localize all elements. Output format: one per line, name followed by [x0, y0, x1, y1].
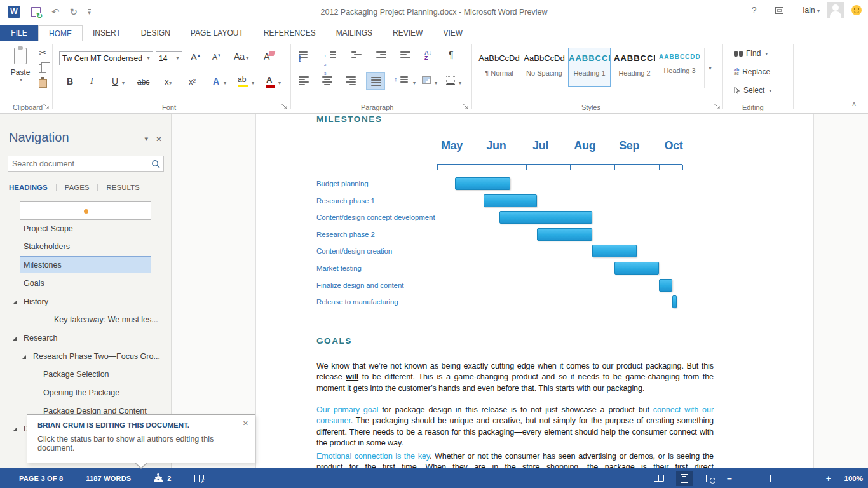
paragraph-dialog-launcher-icon[interactable]: [463, 104, 469, 110]
collapse-triangle-icon[interactable]: [13, 337, 17, 341]
borders-icon[interactable]: [446, 76, 455, 85]
font-color-dropdown-icon[interactable]: ▾: [278, 80, 281, 86]
replace-button[interactable]: abacReplace: [734, 67, 770, 76]
nav-item-key-takeaway-we-must-les[interactable]: Key takeaway: We must les...: [0, 311, 172, 329]
collapse-ribbon-icon[interactable]: ∧: [851, 100, 857, 108]
read-mode-button[interactable]: [651, 471, 667, 486]
underline-dropdown-icon[interactable]: ▾: [122, 80, 125, 86]
status-bar[interactable]: PAGE 3 OF 8 1187 WORDS 2 – + 100%: [0, 468, 868, 488]
shading-dropdown-icon[interactable]: ▾: [435, 80, 437, 86]
tab-file[interactable]: FILE: [0, 25, 38, 41]
document-page[interactable]: MILESTONES MayJunJulAugSepOctBudget plan…: [255, 114, 814, 468]
task-bar-market-testing[interactable]: [614, 262, 659, 274]
numbering-icon[interactable]: 123: [324, 50, 326, 77]
style-heading-1[interactable]: AABBCCDHeading 1: [568, 48, 611, 87]
justify-button-active[interactable]: [366, 72, 385, 90]
tab-references[interactable]: REFERENCES: [254, 25, 326, 41]
increase-indent-icon[interactable]: [400, 51, 410, 58]
style-heading-2[interactable]: AABBCCDHeading 2: [613, 48, 656, 87]
word-logo-icon[interactable]: W: [8, 6, 20, 18]
shading-icon[interactable]: [422, 76, 431, 84]
sort-icon[interactable]: A↓Z: [424, 50, 431, 60]
proofing-errors-icon[interactable]: [194, 475, 204, 482]
search-input[interactable]: [8, 159, 149, 168]
coauthor-box[interactable]: [20, 201, 151, 220]
tab-view[interactable]: VIEW: [433, 25, 473, 41]
underline-button[interactable]: U: [112, 76, 118, 86]
line-spacing-dropdown-icon[interactable]: ▾: [413, 80, 416, 86]
highlight-dropdown-icon[interactable]: ▾: [252, 80, 254, 86]
shrink-font-button[interactable]: A: [212, 53, 221, 62]
feedback-smiley-icon[interactable]: [851, 5, 862, 15]
zoom-slider-thumb[interactable]: [770, 475, 771, 482]
tab-mailings[interactable]: MAILINGS: [326, 25, 383, 41]
zoom-percentage[interactable]: 100%: [840, 475, 863, 482]
zoom-in-button[interactable]: +: [826, 475, 831, 482]
font-dialog-launcher-icon[interactable]: [281, 104, 288, 110]
zoom-slider[interactable]: [741, 478, 817, 478]
line-spacing-icon[interactable]: ↕: [394, 75, 398, 83]
grow-font-button[interactable]: A: [191, 51, 201, 62]
customize-qat-icon[interactable]: ▾: [88, 9, 91, 15]
help-button[interactable]: ?: [752, 5, 757, 15]
nav-tab-results[interactable]: RESULTS: [97, 184, 147, 191]
nav-item-history[interactable]: History: [0, 293, 172, 311]
tab-page-layout[interactable]: PAGE LAYOUT: [180, 25, 254, 41]
nav-item-project-scope[interactable]: Project Scope: [0, 220, 172, 238]
subscript-button[interactable]: x₂: [165, 77, 172, 86]
zoom-out-button[interactable]: –: [727, 475, 732, 482]
search-icon[interactable]: [149, 159, 163, 169]
font-size-combo[interactable]: 14 ▾: [156, 51, 182, 65]
signed-in-user[interactable]: Iain ▾: [803, 6, 820, 15]
highlight-button[interactable]: ab: [238, 75, 248, 87]
clipboard-dialog-launcher-icon[interactable]: [43, 104, 50, 110]
decrease-indent-icon[interactable]: [376, 51, 386, 58]
paste-dropdown-icon[interactable]: ▾: [6, 77, 36, 83]
print-layout-button[interactable]: [676, 471, 693, 486]
nav-item-research[interactable]: Research: [0, 329, 172, 348]
font-name-combo[interactable]: Tw Cen MT Condensed (H ▾: [59, 51, 153, 65]
task-bar-release-to-manufacturing[interactable]: [672, 295, 677, 308]
task-bar-content-design-concept-development[interactable]: [499, 211, 593, 224]
text-effects-dropdown-icon[interactable]: ▾: [224, 80, 226, 86]
borders-dropdown-icon[interactable]: ▾: [459, 80, 461, 86]
collapse-triangle-icon[interactable]: [13, 428, 17, 431]
bold-button[interactable]: B: [67, 76, 73, 86]
navigation-options-dropdown-icon[interactable]: ▾: [144, 135, 148, 143]
nav-item-research-phase-two-focus-gro[interactable]: Research Phase Two—Focus Gro...: [0, 348, 172, 366]
undo-icon[interactable]: ↶: [51, 7, 60, 17]
nav-coauthor-row[interactable]: [0, 201, 172, 220]
paste-button[interactable]: Paste ▾: [5, 48, 36, 104]
change-case-button[interactable]: Aa▾: [234, 51, 248, 62]
ribbon-display-options-icon[interactable]: [775, 7, 783, 14]
italic-button[interactable]: I: [90, 76, 93, 86]
navigation-close-icon[interactable]: ✕: [156, 135, 162, 144]
search-box[interactable]: [8, 156, 164, 172]
collapse-triangle-icon[interactable]: [22, 355, 26, 359]
page-indicator[interactable]: PAGE 3 OF 8: [19, 475, 63, 482]
align-right-icon[interactable]: [346, 76, 356, 85]
style-heading-3[interactable]: AABBCCDDHeading 3: [658, 48, 701, 87]
font-color-button[interactable]: A: [266, 75, 275, 88]
styles-dialog-launcher-icon[interactable]: [714, 104, 721, 110]
align-left-icon[interactable]: [299, 76, 309, 85]
authors-indicator[interactable]: 2: [154, 475, 171, 482]
select-button[interactable]: Select▾: [734, 86, 771, 95]
cut-icon[interactable]: ✂: [39, 48, 46, 58]
bullets-icon[interactable]: [299, 51, 308, 58]
popup-close-icon[interactable]: ✕: [243, 419, 248, 428]
show-hide-pilcrow-icon[interactable]: ¶: [449, 50, 454, 60]
avatar[interactable]: [827, 2, 844, 18]
style-no-spacing[interactable]: AaBbCcDdNo Spacing: [523, 48, 566, 87]
font-name-dropdown-icon[interactable]: ▾: [144, 52, 153, 65]
tab-review[interactable]: REVIEW: [383, 25, 433, 41]
task-bar-research-phase-2[interactable]: [537, 228, 592, 241]
nav-tab-headings[interactable]: HEADINGS: [9, 184, 56, 191]
task-bar-finalize-design-and-content[interactable]: [659, 279, 672, 292]
nav-tab-pages[interactable]: PAGES: [56, 184, 98, 191]
nav-item-stakeholders[interactable]: Stakeholders: [0, 238, 172, 256]
nav-item-package-selection[interactable]: Package Selection: [0, 365, 172, 384]
superscript-button[interactable]: x²: [189, 77, 196, 86]
collapse-triangle-icon[interactable]: [13, 301, 17, 304]
nav-item-goals[interactable]: Goals: [0, 274, 172, 293]
